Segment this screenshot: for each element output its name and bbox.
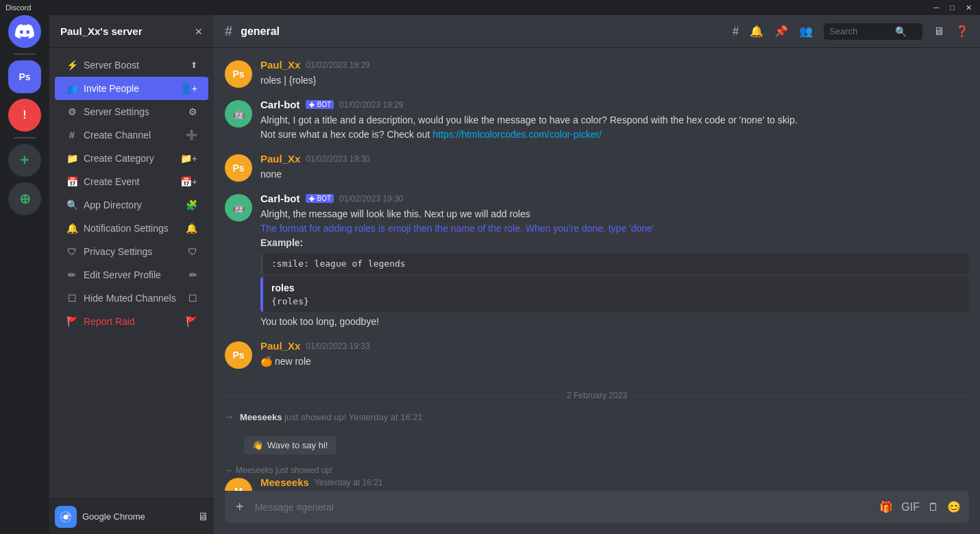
inbox-icon[interactable]: 🖥 (933, 25, 944, 38)
message-username[interactable]: Meeseeks (260, 476, 309, 488)
attach-button[interactable]: + (233, 491, 247, 523)
wave-button[interactable]: 👋 Wave to say hi! (244, 436, 336, 454)
message-username[interactable]: Carl-bot (260, 193, 300, 204)
titlebar-title: Discord (5, 3, 31, 12)
hide-muted-channels-checkbox-icon: ☐ (188, 293, 197, 304)
embed-block: roles {roles} (260, 277, 969, 312)
sidebar-item-invite-people[interactable]: 👥 Invite People 👤+ (55, 77, 208, 100)
embed-title: roles (271, 282, 961, 293)
message-text: roles | {roles} (260, 73, 969, 88)
channel-hash-icon: # (225, 23, 232, 39)
sidebar-item-notification-settings[interactable]: 🔔 Notification Settings 🔔 (55, 217, 208, 240)
message-username[interactable]: Paul_Xx (260, 59, 300, 71)
message-timestamp: 01/02/2023 19:30 (306, 154, 369, 164)
invite-people-action-icon: 👤+ (180, 83, 197, 94)
message-username[interactable]: Carl-bot (260, 99, 300, 110)
maximize-button[interactable]: □ (947, 3, 957, 12)
channel-name: general (241, 25, 280, 38)
message-group: 🤖 Carl-bot BOT 01/02/2023 19:29 Alright,… (225, 99, 969, 142)
sidebar-item-server-settings[interactable]: ⚙ Server Settings ⚙ (55, 100, 208, 123)
avatar: Ps (225, 341, 252, 369)
sidebar-item-create-channel[interactable]: # Create Channel ➕ (55, 123, 208, 147)
notification-bell-icon[interactable]: 🔔 (750, 25, 763, 38)
server-divider-2 (14, 137, 36, 138)
close-button[interactable]: ✕ (963, 3, 975, 12)
server-list: Ps ! + ⊕ (0, 0, 49, 534)
message-text: none (260, 167, 969, 182)
help-icon[interactable]: ❓ (955, 25, 969, 38)
server-boost-icon: ⚡ (66, 59, 78, 71)
avatar: 🤖 (225, 100, 252, 128)
report-raid-icon: 🚩 (66, 315, 78, 328)
titlebar-controls: ─ □ ✕ (931, 3, 975, 12)
sidebar-label-server-settings: Server Settings (84, 106, 149, 117)
add-server-button[interactable]: + (8, 144, 41, 177)
forwarded-indicator: → Meeseeks just showed up! (225, 465, 969, 475)
edit-server-profile-icon: ✏ (66, 269, 78, 281)
sidebar-header[interactable]: Paul_Xx's server ✕ (49, 15, 214, 48)
sidebar-label-create-category: Create Category (84, 153, 154, 164)
message-link[interactable]: https://htmlcolorcodes.com/color-picker/ (432, 129, 602, 140)
gif-icon[interactable]: GIF (901, 501, 920, 513)
chrome-bar[interactable]: Google Chrome 🖥 (49, 498, 214, 534)
explore-button[interactable]: ⊕ (8, 182, 41, 215)
sidebar-label-create-channel: Create Channel (84, 130, 151, 141)
search-icon: 🔍 (895, 26, 907, 37)
avatar: 🤖 (225, 194, 252, 221)
chrome-monitor-icon: 🖥 (197, 511, 208, 523)
create-channel-icon: # (66, 129, 78, 141)
wave-label: Wave to say hi! (267, 440, 328, 450)
message-timestamp: Yesterday at 16:21 (315, 478, 383, 487)
join-arrow-icon: → (225, 411, 234, 422)
server-icon-notification[interactable]: ! (8, 99, 41, 132)
message-input[interactable] (252, 494, 874, 521)
hide-muted-channels-icon: ☐ (66, 292, 78, 304)
sticker-icon[interactable]: 🗒 (928, 501, 939, 513)
create-channel-plus-icon: ➕ (186, 130, 197, 141)
sidebar-item-create-category[interactable]: 📁 Create Category 📁+ (55, 147, 208, 170)
message-input-box: + 🎁 GIF 🗒 😊 (225, 491, 969, 523)
minimize-button[interactable]: ─ (931, 3, 942, 12)
server-settings-gear-icon: ⚙ (188, 106, 197, 117)
server-divider (14, 53, 36, 55)
sidebar-label-create-event: Create Event (84, 176, 140, 187)
emoji-icon[interactable]: 😊 (947, 500, 961, 513)
app-directory-icon: 🔍 (66, 199, 78, 211)
date-label: 2 February 2023 (567, 391, 627, 400)
sidebar-item-privacy-settings[interactable]: 🛡 Privacy Settings 🛡 (55, 240, 208, 263)
message-group: 🤖 Carl-bot BOT 01/02/2023 19:30 Alright,… (225, 193, 969, 329)
message-username[interactable]: Paul_Xx (260, 153, 300, 165)
message-username[interactable]: Paul_Xx (260, 340, 300, 352)
embed-text: {roles} (271, 296, 961, 306)
create-category-icon: 📁 (66, 152, 78, 165)
sidebar-item-server-boost[interactable]: ⚡ Server Boost ⬆ (55, 53, 208, 77)
sidebar-item-app-directory[interactable]: 🔍 App Directory 🧩 (55, 193, 208, 217)
sidebar-item-hide-muted-channels[interactable]: ☐ Hide Muted Channels ☐ (55, 287, 208, 310)
chrome-icon (55, 506, 77, 528)
search-bar[interactable]: 🔍 (824, 23, 922, 40)
sidebar-label-edit-server-profile: Edit Server Profile (84, 269, 161, 280)
date-divider: 2 February 2023 (225, 391, 969, 400)
sidebar-item-report-raid[interactable]: 🚩 Report Raid 🚩 (55, 310, 208, 333)
gift-icon[interactable]: 🎁 (879, 500, 893, 513)
create-category-action-icon: 📁+ (180, 153, 197, 164)
discord-home-button[interactable] (8, 15, 41, 48)
channel-sidebar: Paul_Xx's server ✕ ⚡ Server Boost ⬆ 👥 In… (49, 0, 214, 534)
hash-tag-icon[interactable]: # (733, 25, 739, 38)
pin-icon[interactable]: 📌 (774, 25, 788, 38)
server-boost-arrow: ⬆ (191, 60, 197, 70)
avatar: M (225, 478, 252, 491)
sidebar-close-icon[interactable]: ✕ (195, 26, 203, 37)
message-footer-text: You took too long, goodbye! (260, 315, 969, 329)
message-text: Alright, the message will look like this… (260, 207, 969, 250)
message-input-area: + 🎁 GIF 🗒 😊 (214, 491, 980, 534)
sidebar-item-create-event[interactable]: 📅 Create Event 📅+ (55, 170, 208, 193)
system-message: → Meeseeks just showed up! Yesterday at … (225, 411, 969, 422)
search-input[interactable] (829, 26, 891, 36)
members-icon[interactable]: 👥 (799, 25, 813, 38)
sidebar-label-invite-people: Invite People (84, 83, 139, 94)
server-icon-ps[interactable]: Ps (8, 60, 41, 93)
create-event-action-icon: 📅+ (180, 176, 197, 187)
sidebar-item-edit-server-profile[interactable]: ✏ Edit Server Profile ✏ (55, 263, 208, 287)
privacy-settings-shield-icon: 🛡 (188, 246, 197, 257)
